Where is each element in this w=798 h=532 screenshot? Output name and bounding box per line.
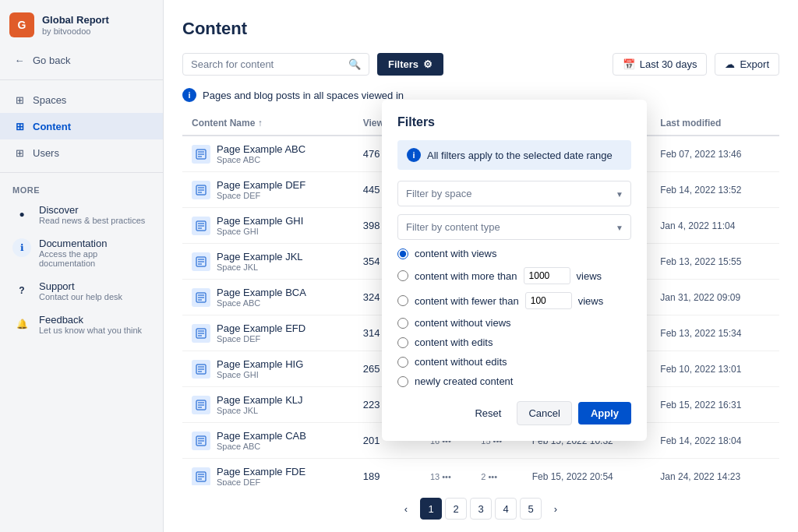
more-label: MORE [0, 179, 163, 198]
page-4-button[interactable]: 4 [495, 498, 517, 520]
filters-button[interactable]: Filters ⚙ [377, 53, 443, 76]
date-range-button[interactable]: 📅 Last 30 days [613, 53, 708, 76]
filter-option-newly-created[interactable]: newly created content [397, 375, 631, 387]
radio-more-than[interactable] [397, 270, 408, 281]
filter-options: content with views content with more tha… [397, 248, 631, 387]
filter-option-without-edits[interactable]: content without edits [397, 356, 631, 368]
search-box[interactable]: 🔍 [182, 53, 369, 76]
content-icon-4 [192, 288, 210, 307]
sidebar-item-discover[interactable]: ● Discover Read news & best practices [0, 198, 163, 231]
support-icon: ? [12, 281, 31, 300]
app-logo: G [9, 12, 34, 37]
app-subtitle: by bitvoodoo [42, 26, 109, 36]
fewer-than-input[interactable] [525, 292, 572, 309]
page-title: Content [182, 19, 779, 39]
cell-modified-9: Jan 24, 2022 14:23 [651, 459, 779, 486]
sidebar-item-documentation[interactable]: ℹ Documentation Access the app documenta… [0, 231, 163, 274]
content-icon-8 [192, 432, 210, 450]
cell-name-2: Page Example GHI Space GHI [182, 208, 354, 244]
filter-option-more-than[interactable]: content with more than views [397, 267, 631, 284]
cell-modified-1: Feb 14, 2022 13:52 [651, 172, 779, 208]
radio-fewer-than[interactable] [397, 295, 408, 306]
cell-modified-0: Feb 07, 2022 13:46 [651, 136, 779, 172]
content-icon-2 [192, 217, 210, 235]
filter-option-with-edits[interactable]: content with edits [397, 336, 631, 348]
radio-without-views[interactable] [397, 318, 408, 329]
page-1-button[interactable]: 1 [420, 498, 442, 520]
discover-icon: ● [12, 205, 31, 224]
cell-modified-8: Feb 14, 2022 18:04 [651, 423, 779, 459]
filter-actions: Reset Cancel Apply [397, 401, 631, 425]
page-3-button[interactable]: 3 [470, 498, 492, 520]
cell-name-5: Page Example EFD Space DEF [182, 315, 354, 351]
content-icon-3 [192, 252, 210, 271]
filter-space-wrap[interactable]: Filter by space ▼ [397, 181, 631, 206]
cell-modified-4: Jan 31, 2022 09:09 [651, 280, 779, 315]
cell-name-6: Page Example HIG Space GHI [182, 351, 354, 387]
cell-created-9: Feb 15, 2022 20:54 [523, 459, 651, 486]
feedback-icon: 🔔 [12, 315, 31, 333]
content-icon-0 [192, 145, 210, 164]
app-title: Global Report [42, 14, 109, 26]
cell-name-1: Page Example DEF Space DEF [182, 172, 354, 208]
filter-option-without-views[interactable]: content without views [397, 317, 631, 329]
toolbar: 🔍 Filters ⚙ 📅 Last 30 days ☁ Export [182, 53, 779, 76]
grid-icon-3: ⊞ [12, 146, 26, 160]
cell-c4-9: 2 ••• [471, 459, 522, 486]
more-than-input[interactable] [524, 267, 570, 284]
documentation-icon: ℹ [12, 238, 31, 257]
prev-page-button[interactable]: ‹ [395, 498, 417, 520]
filter-icon: ⚙ [423, 58, 433, 70]
cell-name-9: Page Example FDE Space DEF [182, 459, 354, 486]
cell-views-9: 189 [354, 459, 421, 486]
export-button[interactable]: ☁ Export [715, 53, 779, 76]
content-icon-6 [192, 360, 210, 379]
cell-name-7: Page Example KLJ Space JKL [182, 387, 354, 423]
sidebar-item-content[interactable]: ⊞ Content [0, 113, 163, 139]
filter-option-fewer-than[interactable]: content with fewer than views [397, 292, 631, 309]
col-modified: Last modified [651, 111, 779, 136]
info-icon: i [182, 88, 196, 102]
sidebar-back[interactable]: ← Go back [0, 47, 163, 73]
grid-icon-2: ⊞ [12, 119, 26, 133]
content-icon-5 [192, 324, 210, 343]
search-icon: 🔍 [348, 58, 361, 70]
sidebar-item-feedback[interactable]: 🔔 Feedback Let us know what you think [0, 308, 163, 341]
sidebar-item-spaces[interactable]: ⊞ Spaces [0, 86, 163, 113]
pagination: ‹ 1 2 3 4 5 › [164, 485, 798, 532]
sidebar-divider-2 [0, 172, 163, 173]
cell-modified-6: Feb 10, 2022 13:01 [651, 351, 779, 387]
cell-modified-5: Feb 13, 2022 15:34 [651, 315, 779, 351]
table-row: Page Example FDE Space DEF 189 13 ••• 2 … [182, 459, 779, 486]
cell-c3-9: 13 ••• [421, 459, 471, 486]
sidebar-item-users[interactable]: ⊞ Users [0, 139, 163, 166]
back-icon: ← [12, 53, 26, 67]
radio-newly-created[interactable] [397, 376, 408, 387]
reset-button[interactable]: Reset [465, 402, 510, 425]
filter-option-with-views[interactable]: content with views [397, 248, 631, 259]
sidebar-item-support[interactable]: ? Support Contact our help desk [0, 274, 163, 308]
radio-with-views[interactable] [397, 248, 408, 259]
content-icon-9 [192, 467, 210, 486]
apply-button[interactable]: Apply [578, 402, 631, 425]
content-icon-1 [192, 181, 210, 199]
cell-modified-2: Jan 4, 2022 11:04 [651, 208, 779, 244]
app-header: G Global Report by bitvoodoo [0, 0, 163, 47]
filter-content-type-wrap[interactable]: Filter by content type ▼ [397, 214, 631, 240]
cancel-button[interactable]: Cancel [517, 401, 571, 425]
radio-without-edits[interactable] [397, 357, 408, 368]
search-input[interactable] [191, 58, 344, 70]
calendar-icon: 📅 [623, 58, 635, 70]
page-5-button[interactable]: 5 [520, 498, 542, 520]
filter-space-select[interactable]: Filter by space [397, 181, 631, 206]
filter-content-type-select[interactable]: Filter by content type [397, 214, 631, 240]
page-2-button[interactable]: 2 [445, 498, 467, 520]
filter-title: Filters [397, 115, 631, 129]
radio-with-edits[interactable] [397, 337, 408, 348]
filter-info-banner: i All filters apply to the selected date… [397, 140, 631, 170]
filter-info-icon: i [407, 148, 421, 162]
next-page-button[interactable]: › [545, 498, 567, 520]
col-content-name[interactable]: Content Name ↑ [182, 111, 354, 136]
cell-modified-3: Feb 13, 2022 15:55 [651, 244, 779, 280]
filter-panel: Filters i All filters apply to the selec… [382, 100, 647, 441]
